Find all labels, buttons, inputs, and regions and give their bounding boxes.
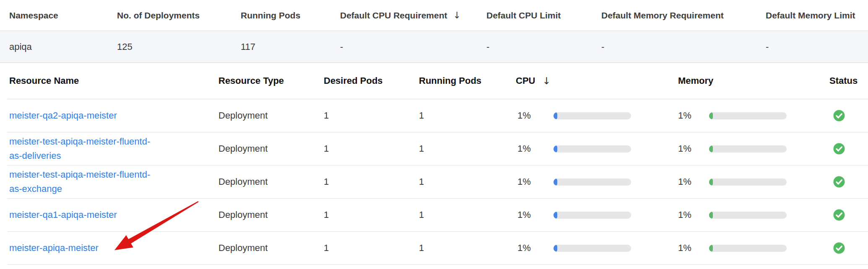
resource-link-annotated[interactable]: meister-apiqa-meister bbox=[9, 241, 99, 255]
memory-usage: 1% bbox=[678, 143, 829, 154]
running-pods-count: 1 bbox=[419, 176, 516, 187]
running-pods-count: 1 bbox=[419, 110, 516, 121]
resource-type: Deployment bbox=[218, 110, 324, 121]
cpu-usage: 1% bbox=[516, 176, 678, 187]
memory-usage: 1% bbox=[678, 110, 829, 121]
resource-link[interactable]: meister-qa1-apiqa-meister bbox=[9, 208, 117, 222]
memory-progress-bar bbox=[709, 112, 787, 119]
cpu-progress-bar bbox=[554, 245, 631, 252]
memory-progress-bar bbox=[709, 178, 787, 186]
status-ok-icon bbox=[833, 176, 845, 188]
running-pods-count: 1 bbox=[419, 243, 516, 253]
desired-pods-count: 1 bbox=[324, 210, 419, 220]
status-ok-icon bbox=[833, 242, 845, 254]
cpu-percent: 1% bbox=[516, 243, 554, 253]
header-no-of-deployments[interactable]: No. of Deployments bbox=[117, 10, 241, 21]
memory-percent: 1% bbox=[678, 243, 709, 253]
header-default-cpu-requirement[interactable]: Default CPU Requirement ↓ bbox=[340, 10, 486, 21]
sort-descending-icon[interactable]: ↓ bbox=[542, 76, 550, 86]
namespace-table-header: Namespace No. of Deployments Running Pod… bbox=[0, 0, 868, 31]
header-namespace[interactable]: Namespace bbox=[9, 10, 117, 21]
memory-percent: 1% bbox=[678, 110, 709, 121]
cpu-percent: 1% bbox=[516, 143, 554, 154]
memory-usage: 1% bbox=[678, 176, 829, 187]
cpu-progress-bar bbox=[554, 178, 631, 186]
header-resource-name[interactable]: Resource Name bbox=[9, 75, 218, 86]
desired-pods-count: 1 bbox=[324, 243, 419, 253]
cpu-usage: 1% bbox=[516, 110, 678, 121]
memory-percent: 1% bbox=[678, 176, 709, 187]
table-row: meister-qa1-apiqa-meister Deployment 1 1… bbox=[7, 199, 868, 232]
memory-usage: 1% bbox=[678, 243, 829, 253]
status-ok-icon bbox=[833, 110, 845, 122]
resource-type: Deployment bbox=[218, 210, 324, 220]
status-cell bbox=[829, 242, 868, 254]
table-row: meister-qa2-apiqa-meister Deployment 1 1… bbox=[7, 99, 868, 132]
resource-type: Deployment bbox=[218, 243, 324, 253]
cpu-progress-bar bbox=[554, 145, 631, 153]
desired-pods-count: 1 bbox=[324, 176, 419, 187]
memory-percent: 1% bbox=[678, 143, 709, 154]
status-cell bbox=[829, 176, 868, 188]
sort-descending-icon[interactable]: ↓ bbox=[453, 11, 461, 20]
running-pods-count: 1 bbox=[419, 210, 516, 220]
header-running-pods[interactable]: Running Pods bbox=[241, 10, 340, 21]
desired-pods-count: 1 bbox=[324, 110, 419, 121]
resource-link[interactable]: meister-test-apiqa-meister-fluentd-as-ex… bbox=[9, 168, 155, 196]
resource-link[interactable]: meister-test-apiqa-meister-fluentd-as-de… bbox=[9, 134, 155, 163]
resource-type: Deployment bbox=[218, 176, 324, 187]
status-cell bbox=[829, 209, 868, 221]
header-resource-type[interactable]: Resource Type bbox=[218, 75, 324, 86]
cpu-percent: 1% bbox=[516, 176, 554, 187]
running-pods-count: 1 bbox=[419, 143, 516, 154]
status-cell bbox=[829, 110, 868, 122]
status-ok-icon bbox=[833, 143, 845, 155]
cpu-percent: 1% bbox=[516, 110, 554, 121]
cpu-usage: 1% bbox=[516, 143, 678, 154]
header-memory[interactable]: Memory bbox=[678, 75, 829, 86]
cpu-usage: 1% bbox=[516, 210, 678, 220]
status-ok-icon bbox=[833, 209, 845, 221]
namespace-default-memory-requirement: - bbox=[601, 41, 766, 52]
resource-table-header: Resource Name Resource Type Desired Pods… bbox=[7, 63, 868, 99]
table-row: meister-test-apiqa-meister-fluentd-as-de… bbox=[7, 132, 868, 166]
table-row: meister-apiqa-meister Deployment 1 1 1% … bbox=[7, 232, 868, 265]
header-default-memory-limit[interactable]: Default Memory Limit bbox=[766, 10, 868, 21]
namespace-default-memory-limit: - bbox=[766, 41, 868, 52]
namespace-deployments-count: 125 bbox=[117, 41, 241, 52]
header-status[interactable]: Status bbox=[829, 75, 868, 86]
header-default-memory-requirement[interactable]: Default Memory Requirement bbox=[601, 10, 766, 21]
memory-progress-bar bbox=[709, 145, 787, 153]
header-running-pods[interactable]: Running Pods bbox=[419, 75, 516, 86]
namespace-running-pods-count: 117 bbox=[241, 41, 340, 52]
memory-usage: 1% bbox=[678, 210, 829, 220]
resource-type: Deployment bbox=[218, 143, 324, 154]
cpu-percent: 1% bbox=[516, 210, 554, 220]
memory-progress-bar bbox=[709, 212, 787, 219]
status-cell bbox=[829, 143, 868, 155]
table-row: meister-test-apiqa-meister-fluentd-as-ex… bbox=[7, 166, 868, 199]
namespace-default-cpu-requirement: - bbox=[340, 41, 486, 52]
memory-progress-bar bbox=[709, 245, 787, 252]
cpu-progress-bar bbox=[554, 112, 631, 119]
resource-link[interactable]: meister-qa2-apiqa-meister bbox=[9, 109, 117, 123]
header-default-cpu-limit[interactable]: Default CPU Limit bbox=[486, 10, 601, 21]
memory-percent: 1% bbox=[678, 210, 709, 220]
header-desired-pods[interactable]: Desired Pods bbox=[324, 75, 419, 86]
cpu-progress-bar bbox=[554, 212, 631, 219]
namespace-name: apiqa bbox=[9, 41, 117, 52]
header-cpu[interactable]: CPU ↓ bbox=[516, 75, 678, 86]
cpu-usage: 1% bbox=[516, 243, 678, 253]
namespace-default-cpu-limit: - bbox=[486, 41, 601, 52]
desired-pods-count: 1 bbox=[324, 143, 419, 154]
namespace-row-apiqa[interactable]: apiqa 125 117 - - - - bbox=[0, 31, 868, 63]
